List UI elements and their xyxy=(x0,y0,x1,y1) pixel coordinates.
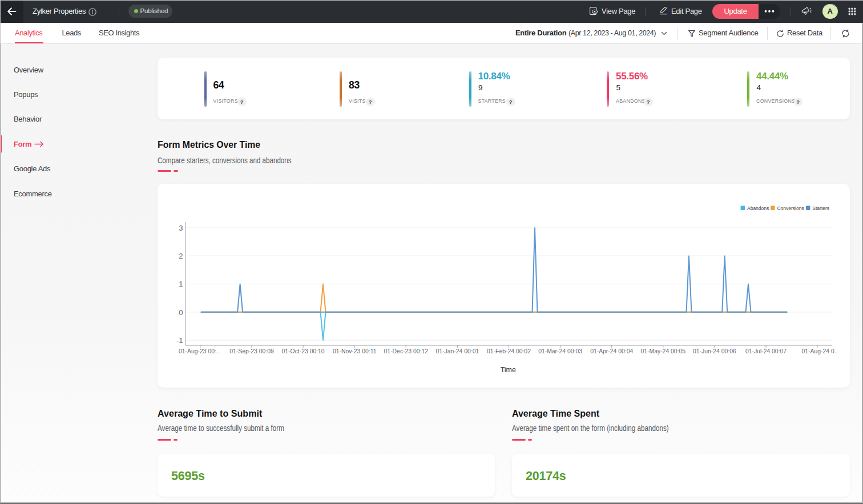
svg-text:01-Sep-23 00:09: 01-Sep-23 00:09 xyxy=(229,348,274,354)
svg-text:3: 3 xyxy=(179,224,183,232)
svg-text:01-Dec-23 00:12: 01-Dec-23 00:12 xyxy=(384,348,429,354)
svg-text:Time: Time xyxy=(501,366,516,374)
svg-text:01-Apr-24 00:04: 01-Apr-24 00:04 xyxy=(590,348,633,354)
svg-text:Conversions: Conversions xyxy=(777,205,804,211)
svg-text:01-Jun-24 00:06: 01-Jun-24 00:06 xyxy=(693,348,736,354)
svg-text:01-May-24 00:05: 01-May-24 00:05 xyxy=(641,348,686,354)
svg-text:01-Nov-23 00:11: 01-Nov-23 00:11 xyxy=(333,348,377,354)
svg-text:01-Mar-24 00:03: 01-Mar-24 00:03 xyxy=(538,348,582,354)
svg-text:Starters: Starters xyxy=(812,205,829,211)
svg-text:01-Oct-23 00:10: 01-Oct-23 00:10 xyxy=(282,348,325,354)
svg-text:01-Feb-24 00:02: 01-Feb-24 00:02 xyxy=(487,348,531,354)
svg-text:01-Aug-23 00:..: 01-Aug-23 00:.. xyxy=(179,348,220,354)
svg-text:01-Jul-24 00:07: 01-Jul-24 00:07 xyxy=(745,348,787,354)
svg-text:0: 0 xyxy=(179,308,183,317)
svg-text:Abandons: Abandons xyxy=(747,205,769,211)
svg-text:01-Aug-24 0..: 01-Aug-24 0.. xyxy=(802,348,838,354)
svg-text:-1: -1 xyxy=(176,336,183,345)
svg-text:2: 2 xyxy=(179,252,183,260)
svg-text:1: 1 xyxy=(179,280,183,288)
svg-text:01-Jan-24 00:01: 01-Jan-24 00:01 xyxy=(436,348,479,354)
